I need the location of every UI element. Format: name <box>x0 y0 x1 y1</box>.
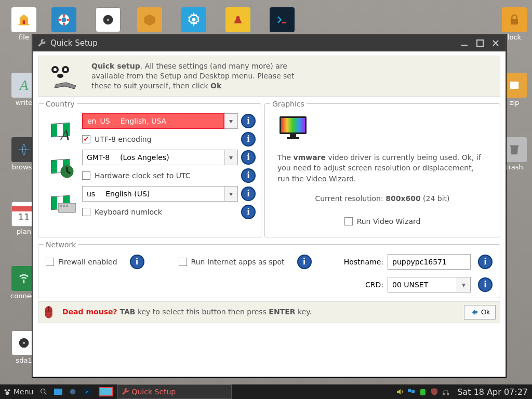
footer: Dead mouse? TAB key to select this butto… <box>38 301 500 323</box>
chevron-down-icon[interactable]: ▾ <box>224 186 238 202</box>
numlock-label: Keyboard numlock <box>95 208 162 216</box>
intro-banner: Quick setup. All these settings (and man… <box>38 56 500 97</box>
shield-icon[interactable] <box>430 388 438 396</box>
info-utf8[interactable]: i <box>241 132 256 147</box>
svg-rect-19 <box>60 205 62 207</box>
taskbar: Menu >_ Quick Setup Sat 18 Apr 07:27 <box>0 384 532 399</box>
svg-rect-21 <box>66 205 68 207</box>
menu-button[interactable]: Menu <box>0 384 36 399</box>
info-crd[interactable]: i <box>478 277 493 292</box>
timezone-icon <box>44 153 77 179</box>
info-keyboard[interactable]: i <box>241 187 256 201</box>
locale-icon: A <box>44 117 77 143</box>
locale-name: English, USA <box>121 117 166 125</box>
desktop: file lock A write browse 11 plan conne <box>0 0 532 399</box>
hostname-input[interactable] <box>388 254 471 270</box>
info-locale[interactable]: i <box>241 114 256 128</box>
svg-rect-35 <box>447 393 449 395</box>
battery-icon[interactable] <box>419 388 427 396</box>
info-spot[interactable]: i <box>297 255 312 269</box>
hwclock-label: Hardware clock set to UTC <box>95 171 191 180</box>
globe-icon <box>69 388 77 396</box>
keyboard-select[interactable]: us English (US) ▾ <box>82 186 238 202</box>
hwclock-checkbox[interactable]: Hardware clock set to UTC <box>82 171 191 180</box>
svg-rect-25 <box>287 137 299 139</box>
ok-button[interactable]: Ok <box>464 305 496 320</box>
wizard-label: Run Video Wizard <box>357 216 421 227</box>
volume-icon[interactable] <box>396 388 404 396</box>
windows-icon[interactable] <box>407 388 416 396</box>
arrow-left-icon <box>470 308 479 317</box>
graphics-legend: Graphics <box>270 100 307 108</box>
country-group: Country A en_US <box>38 100 261 237</box>
svg-rect-31 <box>408 389 411 392</box>
close-button[interactable] <box>490 37 501 49</box>
crd-select[interactable]: 00 UNSET ▾ <box>388 277 471 292</box>
svg-point-4 <box>107 19 110 21</box>
window-title: Quick Setup <box>50 38 98 48</box>
tz-name: (Los Angeles) <box>120 153 169 162</box>
taskbar-clock[interactable]: Sat 18 Apr 07:27 <box>453 387 532 397</box>
svg-rect-34 <box>443 393 445 395</box>
enter-key: ENTER <box>269 308 295 316</box>
svg-rect-0 <box>23 20 25 24</box>
quick-setup-window: Quick Setup Quick setup. All these setti… <box>32 34 506 377</box>
tab-key: TAB <box>119 308 135 316</box>
info-firewall[interactable]: i <box>130 255 144 269</box>
chevron-down-icon[interactable]: ▾ <box>224 113 238 129</box>
svg-point-14 <box>54 68 57 71</box>
info-hwclock[interactable]: i <box>241 168 256 183</box>
intro-bold: Quick setup <box>91 62 140 70</box>
svg-point-29 <box>41 389 45 393</box>
info-numlock[interactable]: i <box>241 205 256 219</box>
active-window-thumb[interactable] <box>96 384 116 399</box>
desktop-icon-help[interactable] <box>49 7 78 33</box>
desktop-icon-lamp[interactable] <box>223 7 252 33</box>
gfx-driver: vmware <box>294 153 326 162</box>
monitor-icon <box>278 115 308 139</box>
svg-rect-10 <box>510 82 518 89</box>
desktop-icon-terminal[interactable] <box>268 7 297 33</box>
desktop-icon-package[interactable] <box>135 7 164 33</box>
utf8-checkbox[interactable]: UTF-8 encoding <box>82 135 152 143</box>
puppy-wrench-icon <box>46 61 82 90</box>
wrench-icon <box>121 388 129 396</box>
desktop-icon-disk[interactable] <box>94 7 123 33</box>
numlock-checkbox[interactable]: Keyboard numlock <box>82 208 162 216</box>
info-hostname[interactable]: i <box>478 255 493 269</box>
locale-code: en_US <box>87 117 110 125</box>
video-wizard-checkbox[interactable]: Run Video Wizard <box>344 216 421 227</box>
maximize-button[interactable] <box>474 37 486 49</box>
spot-checkbox[interactable]: Run Internet apps as spot <box>179 258 285 266</box>
info-timezone[interactable]: i <box>241 150 256 165</box>
gfx-t1: The <box>277 153 294 162</box>
locale-select[interactable]: en_US English, USA ▾ <box>82 113 238 129</box>
svg-point-15 <box>64 68 67 71</box>
taskbar-app-label: Quick Setup <box>131 388 176 396</box>
network-legend: Network <box>44 241 78 249</box>
show-desktop-button[interactable] <box>51 384 65 399</box>
desktop-icon-settings[interactable] <box>179 7 208 33</box>
menu-label: Menu <box>14 388 33 396</box>
paw-icon <box>3 388 11 396</box>
taskbar-app-quick-setup[interactable]: Quick Setup <box>117 384 232 399</box>
chevron-down-icon[interactable]: ▾ <box>224 150 238 165</box>
browser-button[interactable] <box>65 384 80 399</box>
search-button[interactable] <box>36 384 51 399</box>
firewall-checkbox[interactable]: Firewall enabled <box>46 258 117 266</box>
terminal-button[interactable]: >_ <box>80 384 96 399</box>
crd-value: 00 UNSET <box>392 281 428 289</box>
timezone-select[interactable]: GMT-8 (Los Angeles) ▾ <box>82 150 238 165</box>
crd-label: CRD: <box>365 281 383 289</box>
titlebar[interactable]: Quick Setup <box>33 35 506 51</box>
footer-end: key. <box>296 308 312 316</box>
minimize-button[interactable] <box>459 37 470 49</box>
svg-point-27 <box>8 389 10 391</box>
hostname-label: Hostname: <box>344 258 383 266</box>
network-icon[interactable] <box>442 388 450 396</box>
svg-rect-33 <box>420 389 425 395</box>
chevron-down-icon[interactable]: ▾ <box>457 277 471 292</box>
svg-rect-11 <box>477 40 483 46</box>
res-value: 800x600 <box>385 194 420 203</box>
tz-code: GMT-8 <box>87 153 110 162</box>
